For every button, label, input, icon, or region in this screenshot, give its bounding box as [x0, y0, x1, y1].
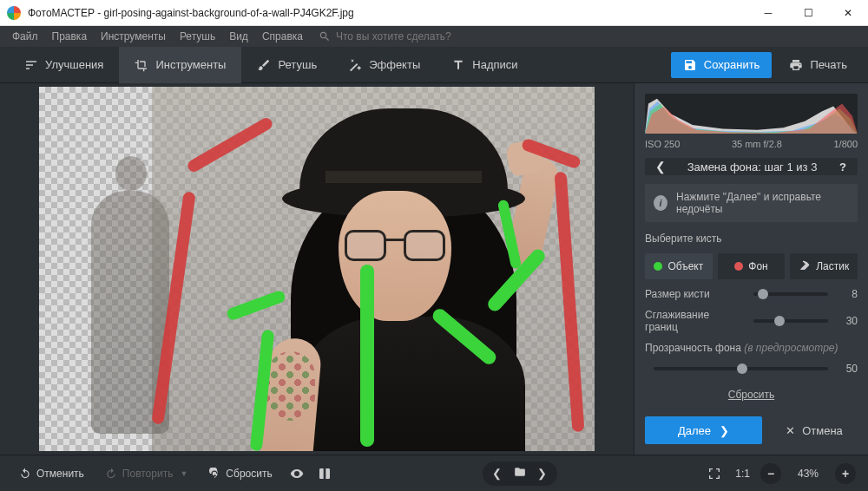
sidebar: ISO 250 35 mm f/2.8 1/800 ❮ Замена фона:… — [634, 83, 868, 455]
undo-icon — [19, 462, 31, 486]
reset-icon — [208, 468, 220, 480]
brush-icon — [257, 58, 271, 72]
zoom-ratio-label: 1:1 — [735, 468, 750, 480]
chevron-down-icon: ▼ — [180, 469, 187, 478]
panel-help-button[interactable]: ? — [835, 160, 851, 173]
histogram — [645, 94, 858, 134]
iso-value: ISO 250 — [645, 139, 680, 149]
search-icon — [319, 30, 331, 43]
print-button[interactable]: Печать — [777, 52, 859, 78]
tab-improvements[interactable]: Улучшения — [9, 47, 119, 83]
menu-help[interactable]: Справка — [255, 26, 310, 47]
fit-screen-button[interactable] — [702, 462, 727, 486]
zoom-actual-button[interactable]: 1:1 — [730, 462, 755, 486]
save-button-label: Сохранить — [704, 58, 760, 71]
canvas-area — [0, 83, 634, 455]
panel-title: Замена фона: шаг 1 из 3 — [669, 160, 835, 173]
brush-eraser-button[interactable]: Ластик — [790, 253, 858, 279]
compare-button[interactable] — [312, 462, 337, 486]
slider-value: 50 — [837, 363, 858, 375]
object-dot-icon — [654, 262, 662, 271]
open-folder-button[interactable] — [509, 466, 531, 481]
titlebar: ФотоМАСТЕР - girl-posing-against-backgro… — [0, 0, 868, 26]
save-icon — [683, 58, 697, 72]
workspace: ISO 250 35 mm f/2.8 1/800 ❮ Замена фона:… — [0, 83, 868, 455]
hint-row: i Нажмите "Далее" и исправьте недочёты — [645, 184, 858, 222]
window-title: ФотоМАСТЕР - girl-posing-against-backgro… — [28, 7, 748, 19]
slider-track[interactable] — [753, 292, 828, 296]
slider-track[interactable] — [753, 319, 828, 323]
slider-track[interactable] — [654, 367, 828, 370]
reset-link[interactable]: Сбросить — [645, 389, 858, 401]
menu-edit[interactable]: Правка — [45, 26, 95, 47]
background-dot-icon — [734, 262, 743, 271]
menu-tools[interactable]: Инструменты — [94, 26, 173, 47]
tab-retouch[interactable]: Ретушь — [241, 47, 332, 83]
slider-note: (в предпросмотре) — [744, 342, 838, 354]
cancel-button[interactable]: ✕ Отмена — [771, 416, 858, 444]
brush-background-button[interactable]: Фон — [718, 253, 786, 279]
tool-tabs: Улучшения Инструменты Ретушь Эффекты Над… — [9, 47, 534, 83]
zoom-out-button[interactable]: − — [760, 463, 781, 484]
print-icon — [789, 58, 803, 72]
prev-file-button[interactable]: ❮ — [486, 467, 509, 480]
tab-captions[interactable]: Надписи — [436, 47, 533, 83]
brush-label: Объект — [667, 260, 703, 272]
window-minimize-button[interactable]: ─ — [748, 0, 788, 26]
menubar-search[interactable]: Что вы хотите сделать? — [319, 30, 451, 43]
tab-label: Эффекты — [369, 58, 420, 71]
shutter-value: 1/800 — [833, 139, 858, 149]
print-button-label: Печать — [810, 58, 847, 71]
brush-label: Фон — [748, 260, 767, 272]
next-button[interactable]: Далее ❯ — [645, 416, 762, 444]
eraser-icon — [799, 260, 811, 272]
toolbar: Улучшения Инструменты Ретушь Эффекты Над… — [0, 47, 868, 83]
stroke-object — [360, 265, 374, 447]
zoom-in-button[interactable]: + — [835, 463, 856, 484]
histogram-meta: ISO 250 35 mm f/2.8 1/800 — [645, 139, 858, 149]
crop-icon — [135, 58, 148, 72]
redo-button[interactable]: Повторить ▼ — [96, 462, 197, 486]
next-button-label: Далее — [678, 424, 711, 437]
slider-size[interactable]: Размер кисти 8 — [645, 288, 858, 300]
slider-smooth[interactable]: Сглаживание границ 30 — [645, 309, 858, 333]
panel-back-button[interactable]: ❮ — [652, 160, 669, 173]
brush-row: Объект Фон Ластик — [645, 253, 858, 279]
zoom-value: 43% — [786, 468, 830, 480]
window-close-button[interactable]: ✕ — [828, 0, 868, 26]
folder-icon — [514, 466, 526, 478]
slider-opacity[interactable]: 50 — [645, 363, 858, 375]
save-button[interactable]: Сохранить — [671, 52, 773, 78]
tab-effects[interactable]: Эффекты — [332, 47, 436, 83]
undo-button[interactable]: Отменить — [10, 462, 93, 486]
tab-label: Улучшения — [45, 58, 103, 71]
view-toggle-button[interactable] — [285, 462, 309, 486]
reset-button[interactable]: Сбросить — [200, 462, 280, 486]
menu-file[interactable]: Файл — [5, 26, 45, 47]
fit-icon — [707, 467, 721, 481]
brush-section-label: Выберите кисть — [645, 232, 858, 245]
sliders-icon — [24, 58, 38, 72]
tab-label: Инструменты — [155, 58, 226, 71]
brush-object-button[interactable]: Объект — [645, 253, 713, 279]
window-maximize-button[interactable]: ☐ — [788, 0, 828, 26]
next-file-button[interactable]: ❯ — [531, 467, 554, 480]
tab-label: Ретушь — [278, 58, 317, 71]
chevron-right-icon: ❯ — [720, 424, 729, 437]
text-icon — [451, 58, 465, 72]
tab-tools[interactable]: Инструменты — [119, 47, 241, 83]
slider-value: 8 — [837, 288, 858, 300]
action-row: Далее ❯ ✕ Отмена — [645, 416, 858, 444]
redo-icon — [105, 468, 117, 480]
menu-view[interactable]: Вид — [222, 26, 255, 47]
menu-retouch[interactable]: Ретушь — [173, 26, 222, 47]
compare-icon — [318, 467, 332, 481]
slider-label: Сглаживание границ — [645, 309, 745, 333]
close-icon: ✕ — [786, 424, 795, 437]
brush-label: Ластик — [816, 260, 849, 272]
slider-value: 30 — [837, 315, 858, 327]
image-canvas[interactable] — [39, 87, 595, 451]
slider-label: Размер кисти — [645, 288, 745, 300]
bottombar: Отменить Повторить ▼ Сбросить ❮ ❯ 1:1 − … — [0, 455, 868, 491]
lens-value: 35 mm f/2.8 — [732, 139, 782, 149]
